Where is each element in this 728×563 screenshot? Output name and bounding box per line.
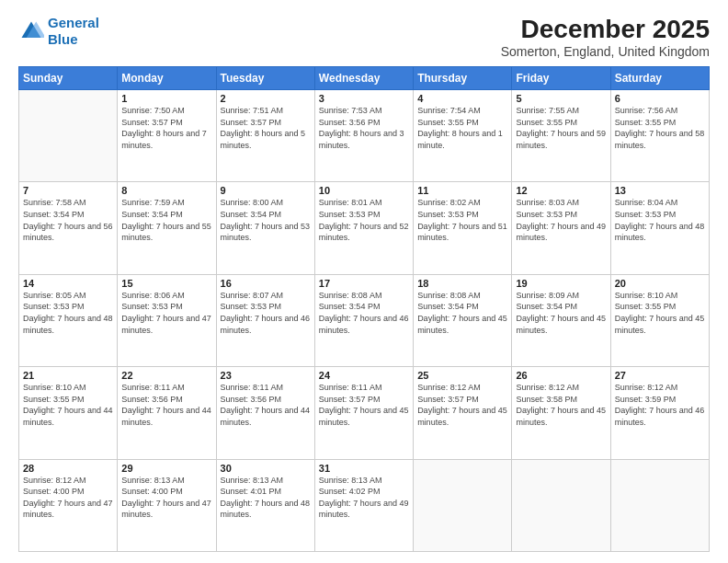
calendar-cell: 28Sunrise: 8:12 AMSunset: 4:00 PMDayligh…	[19, 459, 118, 551]
logo-line2: Blue	[48, 31, 78, 47]
calendar-cell: 29Sunrise: 8:13 AMSunset: 4:00 PMDayligh…	[118, 459, 216, 551]
day-info: Sunrise: 8:11 AMSunset: 3:56 PMDaylight:…	[121, 382, 211, 428]
calendar-cell: 23Sunrise: 8:11 AMSunset: 3:56 PMDayligh…	[216, 367, 314, 459]
day-number: 5	[516, 93, 606, 104]
day-info: Sunrise: 7:51 AMSunset: 3:57 PMDaylight:…	[221, 105, 311, 151]
day-number: 9	[221, 185, 311, 196]
day-number: 20	[615, 278, 705, 289]
day-number: 8	[121, 185, 211, 196]
header: General Blue December 2025 Somerton, Eng…	[18, 15, 710, 59]
day-number: 27	[615, 370, 705, 381]
calendar-cell: 5Sunrise: 7:55 AMSunset: 3:55 PMDaylight…	[512, 90, 610, 182]
calendar-header-row: SundayMondayTuesdayWednesdayThursdayFrid…	[19, 67, 710, 90]
calendar-header-friday: Friday	[512, 67, 610, 90]
day-info: Sunrise: 7:56 AMSunset: 3:55 PMDaylight:…	[615, 105, 705, 151]
day-number: 13	[615, 185, 705, 196]
day-info: Sunrise: 8:13 AMSunset: 4:01 PMDaylight:…	[221, 475, 311, 521]
day-info: Sunrise: 8:04 AMSunset: 3:53 PMDaylight:…	[615, 197, 705, 243]
calendar-header-thursday: Thursday	[414, 67, 512, 90]
day-number: 17	[319, 278, 409, 289]
day-info: Sunrise: 8:12 AMSunset: 4:00 PMDaylight:…	[23, 475, 113, 521]
logo: General Blue	[18, 15, 99, 48]
calendar-cell: 20Sunrise: 8:10 AMSunset: 3:55 PMDayligh…	[610, 274, 709, 366]
day-info: Sunrise: 8:11 AMSunset: 3:56 PMDaylight:…	[221, 382, 311, 428]
day-number: 21	[23, 370, 113, 381]
day-number: 23	[221, 370, 311, 381]
day-info: Sunrise: 8:02 AMSunset: 3:53 PMDaylight:…	[417, 197, 507, 243]
calendar-cell: 14Sunrise: 8:05 AMSunset: 3:53 PMDayligh…	[19, 274, 118, 366]
day-number: 7	[23, 185, 113, 196]
day-info: Sunrise: 7:55 AMSunset: 3:55 PMDaylight:…	[516, 105, 606, 151]
calendar-header-tuesday: Tuesday	[216, 67, 314, 90]
day-number: 11	[417, 185, 507, 196]
page: General Blue December 2025 Somerton, Eng…	[0, 0, 728, 563]
day-number: 16	[221, 278, 311, 289]
calendar-cell: 16Sunrise: 8:07 AMSunset: 3:53 PMDayligh…	[216, 274, 314, 366]
calendar-cell: 24Sunrise: 8:11 AMSunset: 3:57 PMDayligh…	[314, 367, 413, 459]
day-number: 6	[615, 93, 705, 104]
calendar-cell: 6Sunrise: 7:56 AMSunset: 3:55 PMDaylight…	[610, 90, 709, 182]
calendar-cell: 15Sunrise: 8:06 AMSunset: 3:53 PMDayligh…	[118, 274, 216, 366]
calendar-cell	[414, 459, 512, 551]
calendar-cell: 1Sunrise: 7:50 AMSunset: 3:57 PMDaylight…	[118, 90, 216, 182]
day-info: Sunrise: 8:08 AMSunset: 3:54 PMDaylight:…	[417, 290, 507, 336]
calendar-cell: 26Sunrise: 8:12 AMSunset: 3:58 PMDayligh…	[512, 367, 610, 459]
day-number: 18	[417, 278, 507, 289]
logo-line1: General	[48, 15, 99, 30]
calendar-cell: 10Sunrise: 8:01 AMSunset: 3:53 PMDayligh…	[314, 182, 413, 274]
calendar-cell: 18Sunrise: 8:08 AMSunset: 3:54 PMDayligh…	[414, 274, 512, 366]
day-info: Sunrise: 8:08 AMSunset: 3:54 PMDaylight:…	[319, 290, 409, 336]
calendar-week-2: 7Sunrise: 7:58 AMSunset: 3:54 PMDaylight…	[19, 182, 710, 274]
calendar-cell: 17Sunrise: 8:08 AMSunset: 3:54 PMDayligh…	[314, 274, 413, 366]
day-number: 19	[516, 278, 606, 289]
calendar-cell: 31Sunrise: 8:13 AMSunset: 4:02 PMDayligh…	[314, 459, 413, 551]
day-info: Sunrise: 7:54 AMSunset: 3:55 PMDaylight:…	[417, 105, 507, 151]
day-number: 24	[319, 370, 409, 381]
day-info: Sunrise: 8:07 AMSunset: 3:53 PMDaylight:…	[221, 290, 311, 336]
day-info: Sunrise: 8:13 AMSunset: 4:02 PMDaylight:…	[319, 475, 409, 521]
day-number: 3	[319, 93, 409, 104]
day-info: Sunrise: 8:11 AMSunset: 3:57 PMDaylight:…	[319, 382, 409, 428]
calendar-cell: 27Sunrise: 8:12 AMSunset: 3:59 PMDayligh…	[610, 367, 709, 459]
calendar-week-5: 28Sunrise: 8:12 AMSunset: 4:00 PMDayligh…	[19, 459, 710, 551]
day-info: Sunrise: 8:06 AMSunset: 3:53 PMDaylight:…	[121, 290, 211, 336]
day-number: 26	[516, 370, 606, 381]
calendar-cell	[19, 90, 118, 182]
logo-text: General Blue	[48, 15, 99, 48]
calendar-cell: 12Sunrise: 8:03 AMSunset: 3:53 PMDayligh…	[512, 182, 610, 274]
calendar-header-saturday: Saturday	[610, 67, 709, 90]
day-number: 31	[319, 463, 409, 474]
day-info: Sunrise: 7:50 AMSunset: 3:57 PMDaylight:…	[121, 105, 211, 151]
calendar-cell: 2Sunrise: 7:51 AMSunset: 3:57 PMDaylight…	[216, 90, 314, 182]
calendar-week-4: 21Sunrise: 8:10 AMSunset: 3:55 PMDayligh…	[19, 367, 710, 459]
calendar-cell: 30Sunrise: 8:13 AMSunset: 4:01 PMDayligh…	[216, 459, 314, 551]
day-number: 22	[121, 370, 211, 381]
day-number: 12	[516, 185, 606, 196]
day-number: 4	[417, 93, 507, 104]
day-info: Sunrise: 8:10 AMSunset: 3:55 PMDaylight:…	[615, 290, 705, 336]
calendar-header-monday: Monday	[118, 67, 216, 90]
day-info: Sunrise: 7:53 AMSunset: 3:56 PMDaylight:…	[319, 105, 409, 151]
calendar-cell	[512, 459, 610, 551]
day-info: Sunrise: 8:12 AMSunset: 3:59 PMDaylight:…	[615, 382, 705, 428]
day-info: Sunrise: 8:09 AMSunset: 3:54 PMDaylight:…	[516, 290, 606, 336]
day-info: Sunrise: 8:13 AMSunset: 4:00 PMDaylight:…	[121, 475, 211, 521]
calendar-cell: 7Sunrise: 7:58 AMSunset: 3:54 PMDaylight…	[19, 182, 118, 274]
calendar-header-sunday: Sunday	[19, 67, 118, 90]
day-number: 30	[221, 463, 311, 474]
title-block: December 2025 Somerton, England, United …	[501, 15, 710, 59]
day-number: 25	[417, 370, 507, 381]
day-info: Sunrise: 8:00 AMSunset: 3:54 PMDaylight:…	[221, 197, 311, 243]
calendar-cell: 3Sunrise: 7:53 AMSunset: 3:56 PMDaylight…	[314, 90, 413, 182]
calendar-cell: 22Sunrise: 8:11 AMSunset: 3:56 PMDayligh…	[118, 367, 216, 459]
calendar-cell: 13Sunrise: 8:04 AMSunset: 3:53 PMDayligh…	[610, 182, 709, 274]
calendar-cell: 9Sunrise: 8:00 AMSunset: 3:54 PMDaylight…	[216, 182, 314, 274]
day-info: Sunrise: 8:12 AMSunset: 3:58 PMDaylight:…	[516, 382, 606, 428]
day-info: Sunrise: 8:05 AMSunset: 3:53 PMDaylight:…	[23, 290, 113, 336]
calendar-week-1: 1Sunrise: 7:50 AMSunset: 3:57 PMDaylight…	[19, 90, 710, 182]
day-number: 29	[121, 463, 211, 474]
day-number: 10	[319, 185, 409, 196]
day-info: Sunrise: 7:58 AMSunset: 3:54 PMDaylight:…	[23, 197, 113, 243]
day-info: Sunrise: 7:59 AMSunset: 3:54 PMDaylight:…	[121, 197, 211, 243]
calendar-table: SundayMondayTuesdayWednesdayThursdayFrid…	[18, 66, 710, 552]
